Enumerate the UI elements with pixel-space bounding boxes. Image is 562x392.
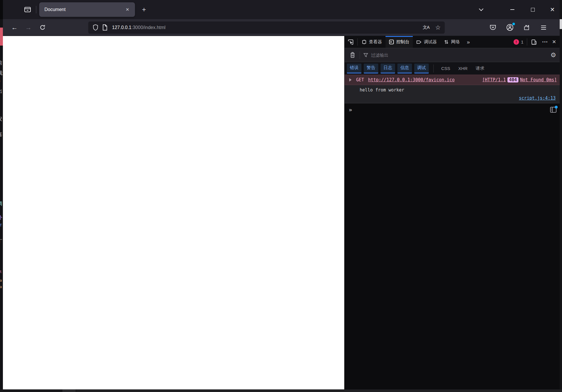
status-protocol: [HTTP/1.1 — [482, 77, 506, 82]
console-empty-area[interactable] — [345, 116, 560, 389]
background-text-fragment: ra — [0, 278, 3, 283]
background-text-fragment: 丁 — [0, 238, 3, 245]
background-dark-block — [0, 0, 3, 19]
status-code-badge: 404 — [507, 77, 518, 82]
devtools-tab-debugger[interactable]: 调试器 — [413, 36, 440, 48]
devtools-tabbar: 查看器 控制台 调试器 — [345, 36, 560, 48]
web-page-viewport[interactable] — [3, 36, 344, 389]
console-input-row[interactable]: » — [345, 103, 560, 116]
background-text-fragment: ra — [0, 285, 3, 289]
devtools-divider — [527, 38, 527, 46]
devtools-tab-label: 查看器 — [369, 39, 382, 45]
devtools-tab-network[interactable]: 网络 — [440, 36, 463, 48]
background-window-left-sliver: E 前 我 9 出 安 喜 讠 调 卟 ST 丁 st ra ra — [0, 0, 3, 392]
hamburger-menu-icon[interactable] — [539, 23, 548, 32]
list-all-tabs-button[interactable] — [477, 5, 485, 14]
filter-chip-xhr[interactable]: XHR — [455, 64, 471, 72]
page-info-icon[interactable] — [102, 24, 107, 31]
filter-chip-warnings[interactable]: 警告 — [364, 64, 378, 73]
background-text-fragment: 安 — [0, 116, 3, 122]
background-text-fragment: 喜 — [0, 131, 3, 138]
filter-output-input[interactable] — [371, 53, 547, 57]
reload-button[interactable] — [37, 22, 48, 33]
toolbar-right-icons — [488, 23, 548, 32]
window-minimize-button[interactable] — [508, 5, 517, 14]
devtools-tab-inspector[interactable]: 查看器 — [358, 36, 386, 48]
devtools-tab-label: 调试器 — [424, 39, 437, 45]
url-path: :3000/index.html — [132, 25, 165, 30]
sidebar-notification-dot — [555, 106, 558, 109]
translate-icon[interactable]: 文A — [423, 25, 429, 30]
console-log-row: hello from worker script.js:4:13 — [345, 85, 560, 103]
error-count-indicator[interactable]: ! 1 — [511, 36, 526, 48]
firefox-view-icon[interactable] — [23, 5, 32, 14]
background-text-fragment: 9 — [0, 78, 3, 84]
devtools-tab-label: 控制台 — [396, 39, 409, 45]
log-message: hello from worker — [360, 87, 556, 93]
tab-close-icon[interactable]: ✕ — [124, 6, 131, 13]
background-bottom-edge — [0, 389, 562, 392]
devtools-options-icon[interactable]: ••• — [540, 36, 550, 48]
url-bar[interactable]: 127.0.0.1:3000/index.html 文A ☆ — [88, 21, 445, 34]
back-button[interactable]: ← — [9, 22, 20, 33]
console-settings-gear-icon[interactable]: ⚙ — [550, 51, 556, 59]
background-text-fragment: 出 — [0, 88, 3, 95]
maximize-icon — [531, 8, 535, 12]
background-bottom-segment — [0, 389, 62, 392]
chevron-down-icon — [479, 6, 483, 11]
account-icon[interactable] — [505, 23, 514, 32]
window-maximize-button[interactable] — [528, 5, 537, 14]
extensions-puzzle-icon[interactable] — [522, 23, 531, 32]
url-host: 127.0.0.1 — [112, 25, 132, 30]
console-filter-row: 错误 警告 日志 信息 调试 CSS XHR 请求 — [345, 62, 560, 75]
pocket-icon[interactable] — [488, 23, 498, 32]
minimize-icon — [510, 9, 514, 10]
console-messages: GET http://127.0.0.1:3000/favicon.ico [H… — [345, 75, 560, 103]
window-close-button[interactable]: ✕ — [548, 5, 557, 14]
status-message: Not Found 0ms] — [520, 77, 557, 82]
pick-element-icon[interactable] — [345, 36, 357, 48]
filter-chip-info[interactable]: 信息 — [397, 64, 412, 73]
responsive-design-icon[interactable] — [528, 36, 540, 48]
new-tab-button[interactable]: + — [139, 5, 149, 15]
background-window-right-sliver — [560, 0, 562, 392]
network-icon — [444, 39, 449, 44]
devtools-tab-label: 网络 — [451, 39, 460, 45]
background-text-fragment: 卟 — [0, 214, 3, 221]
devtools-tab-console[interactable]: 控制台 — [386, 36, 413, 48]
browser-tab[interactable]: Document ✕ — [39, 2, 135, 17]
url-text: 127.0.0.1:3000/index.html — [112, 25, 165, 30]
inspector-icon — [362, 39, 367, 44]
filter-chip-css[interactable]: CSS — [438, 64, 453, 72]
filter-chip-requests[interactable]: 请求 — [473, 64, 487, 73]
console-sidebar-toggle-icon[interactable] — [550, 107, 557, 113]
more-tabs-chevron[interactable]: » — [463, 36, 473, 48]
console-network-error-row: GET http://127.0.0.1:3000/favicon.ico [H… — [345, 75, 560, 85]
filter-chip-logs[interactable]: 日志 — [381, 64, 395, 73]
menu-bars — [541, 26, 546, 30]
shield-icon[interactable] — [92, 24, 99, 31]
background-text-fragment: 我 — [0, 70, 3, 76]
console-toolbar: ⚙ — [345, 48, 560, 62]
forward-button[interactable]: → — [23, 22, 34, 33]
clear-console-trash-icon[interactable] — [348, 52, 357, 58]
background-text-fragment: ST — [0, 223, 3, 227]
devtools-divider — [357, 38, 358, 46]
filter-chip-errors[interactable]: 错误 — [347, 64, 361, 73]
tabbar-divider — [36, 6, 36, 13]
background-text-fragment: 前 — [0, 60, 3, 66]
filter-chip-debug[interactable]: 调试 — [414, 64, 429, 73]
content-area: 查看器 控制台 调试器 — [3, 36, 560, 389]
expand-arrow-icon[interactable] — [349, 78, 352, 82]
bookmark-star-icon[interactable]: ☆ — [435, 24, 441, 31]
background-text-fragment: 调 — [0, 200, 3, 207]
filter-row-divider — [433, 64, 434, 73]
debugger-icon — [416, 40, 422, 44]
response-status[interactable]: [HTTP/1.1 404 Not Found 0ms] — [482, 77, 557, 82]
devtools-close-icon[interactable]: ✕ — [550, 36, 560, 48]
request-url-link[interactable]: http://127.0.0.1:3000/favicon.ico — [368, 77, 455, 82]
console-icon — [389, 39, 394, 44]
tab-bar: Document ✕ + ✕ — [3, 0, 560, 19]
account-notification-dot — [512, 23, 515, 25]
log-source-link[interactable]: script.js:4:13 — [519, 96, 556, 101]
